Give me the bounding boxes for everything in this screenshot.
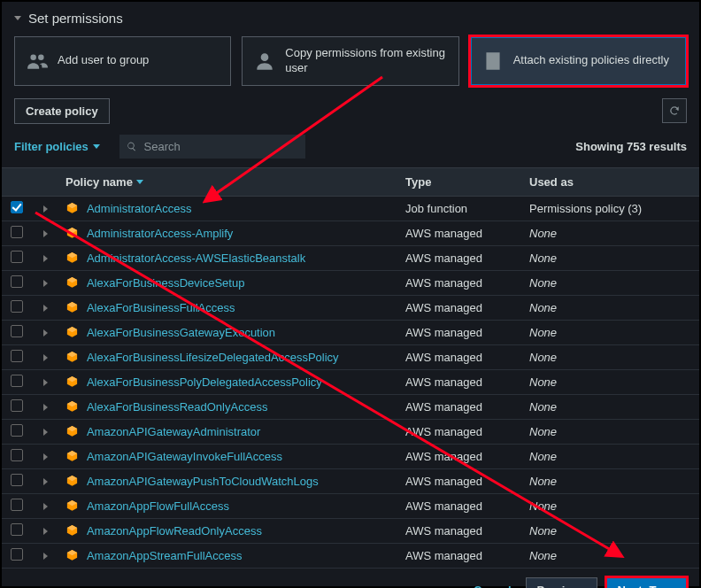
policy-box-icon [65, 251, 79, 264]
expand-caret-icon[interactable] [43, 478, 48, 485]
refresh-button[interactable] [662, 98, 687, 123]
checkbox[interactable] [11, 399, 23, 412]
checkbox[interactable] [11, 275, 23, 288]
policy-box-icon [65, 325, 79, 338]
column-header-name[interactable]: Policy name [58, 167, 398, 196]
checkbox[interactable] [11, 523, 23, 536]
section-title: Set permissions [2, 2, 699, 31]
results-count: Showing 753 results [575, 140, 687, 153]
checkbox[interactable] [11, 300, 23, 313]
policy-name-link[interactable]: AlexaForBusinessLifesizeDelegatedAccessP… [87, 351, 339, 364]
checkbox[interactable] [11, 548, 23, 561]
policy-box-icon [65, 275, 79, 289]
expand-caret-icon[interactable] [43, 329, 48, 337]
policy-type: AWS managed [398, 320, 522, 344]
expand-caret-icon[interactable] [43, 528, 48, 535]
table-row: AdministratorAccess-AWSElasticBeanstalkA… [2, 245, 699, 270]
expand-caret-icon[interactable] [43, 280, 48, 287]
policy-name-link[interactable]: AlexaForBusinessFullAccess [87, 301, 235, 314]
policy-used-as: None [522, 518, 699, 543]
column-header-select[interactable] [2, 167, 32, 196]
table-row: AmazonAppFlowReadOnlyAccessAWS managedNo… [2, 518, 699, 543]
filter-policies-dropdown[interactable]: Filter policies [14, 140, 107, 153]
previous-button[interactable]: Previous [526, 577, 597, 588]
option-add-user-to-group[interactable]: Add user to group [14, 36, 231, 86]
expand-caret-icon[interactable] [43, 230, 48, 237]
checkbox[interactable] [11, 474, 23, 486]
policy-box-icon [65, 523, 79, 537]
policy-type: AWS managed [398, 344, 522, 369]
checkbox[interactable] [11, 424, 23, 437]
checkbox[interactable] [11, 251, 23, 263]
next-tags-button[interactable]: Next: Tags [606, 577, 688, 588]
expand-caret-icon[interactable] [43, 553, 48, 560]
policy-used-as: None [522, 245, 699, 270]
policy-name-link[interactable]: AmazonAPIGatewayPushToCloudWatchLogs [87, 475, 319, 488]
policy-type: AWS managed [398, 543, 522, 568]
expand-caret-icon[interactable] [43, 503, 48, 510]
option-label: Attach existing policies directly [513, 53, 669, 68]
policy-name-link[interactable]: AlexaForBusinessDeviceSetup [87, 276, 244, 290]
column-header-used[interactable]: Used as [522, 167, 699, 196]
checkbox[interactable] [11, 499, 23, 511]
checkbox[interactable] [11, 375, 23, 387]
checkbox[interactable] [11, 350, 23, 362]
expand-caret-icon[interactable] [43, 453, 48, 460]
option-copy-permissions[interactable]: Copy permissions from existing user [242, 36, 458, 86]
option-label: Copy permissions from existing user [285, 46, 447, 76]
search-input[interactable] [143, 139, 298, 154]
option-attach-existing-policies[interactable]: Attach existing policies directly [470, 36, 687, 86]
policy-name-link[interactable]: AmazonAppFlowReadOnlyAccess [87, 524, 262, 538]
policy-type: AWS managed [398, 369, 522, 394]
policy-name-link[interactable]: AlexaForBusinessPolyDelegatedAccessPolic… [87, 375, 322, 389]
users-icon [26, 50, 49, 73]
column-header-expand [32, 167, 58, 196]
policy-box-icon [65, 548, 79, 561]
expand-caret-icon[interactable] [43, 305, 48, 312]
checkbox[interactable] [11, 201, 23, 213]
expand-caret-icon[interactable] [43, 429, 48, 436]
expand-caret-icon[interactable] [43, 205, 48, 213]
policy-name-link[interactable]: AdministratorAccess [87, 202, 191, 215]
create-policy-button[interactable]: Create policy [14, 98, 110, 124]
search-icon [127, 141, 137, 152]
table-row: AmazonAPIGatewayInvokeFullAccessAWS mana… [2, 444, 699, 468]
column-header-type[interactable]: Type [398, 167, 522, 196]
policy-type: AWS managed [398, 295, 522, 320]
option-label: Add user to group [58, 53, 149, 68]
policy-name-link[interactable]: AmazonAppFlowFullAccess [87, 499, 229, 513]
expand-caret-icon[interactable] [43, 354, 48, 361]
policy-used-as: None [522, 295, 699, 320]
expand-caret-icon[interactable] [43, 379, 48, 386]
policy-used-as: None [522, 369, 699, 394]
sort-caret-icon [136, 180, 143, 184]
policy-box-icon [65, 350, 79, 363]
table-row: AmazonAppStreamFullAccessAWS managedNone [2, 543, 699, 568]
checkbox[interactable] [11, 325, 23, 337]
policy-used-as: None [522, 468, 699, 493]
policy-used-as: None [522, 320, 699, 344]
policy-type: AWS managed [398, 468, 522, 493]
table-row: AlexaForBusinessReadOnlyAccessAWS manage… [2, 394, 699, 419]
cancel-button[interactable]: Cancel [468, 583, 517, 588]
expand-caret-icon[interactable] [43, 404, 48, 411]
policy-name-link[interactable]: AdministratorAccess-Amplify [87, 227, 233, 240]
policy-name-link[interactable]: AlexaForBusinessReadOnlyAccess [87, 400, 267, 414]
policy-used-as: None [522, 543, 699, 568]
table-row: AdministratorAccessJob functionPermissio… [2, 196, 699, 220]
policy-type: Job function [398, 196, 522, 220]
policy-box-icon [65, 449, 79, 462]
policy-name-link[interactable]: AmazonAPIGatewayInvokeFullAccess [87, 450, 282, 463]
policy-name-link[interactable]: AmazonAppStreamFullAccess [87, 549, 243, 562]
policy-used-as: None [522, 270, 699, 295]
table-row: AlexaForBusinessDeviceSetupAWS managedNo… [2, 270, 699, 295]
policy-name-link[interactable]: AmazonAPIGatewayAdministrator [87, 425, 261, 438]
checkbox[interactable] [11, 226, 23, 238]
table-row: AmazonAppFlowFullAccessAWS managedNone [2, 493, 699, 518]
expand-caret-icon[interactable] [43, 255, 48, 262]
chevron-down-icon [14, 16, 21, 20]
policy-name-link[interactable]: AlexaForBusinessGatewayExecution [87, 326, 275, 339]
policy-name-link[interactable]: AdministratorAccess-AWSElasticBeanstalk [87, 251, 305, 265]
checkbox[interactable] [11, 449, 23, 461]
search-input-wrap[interactable] [119, 135, 305, 159]
